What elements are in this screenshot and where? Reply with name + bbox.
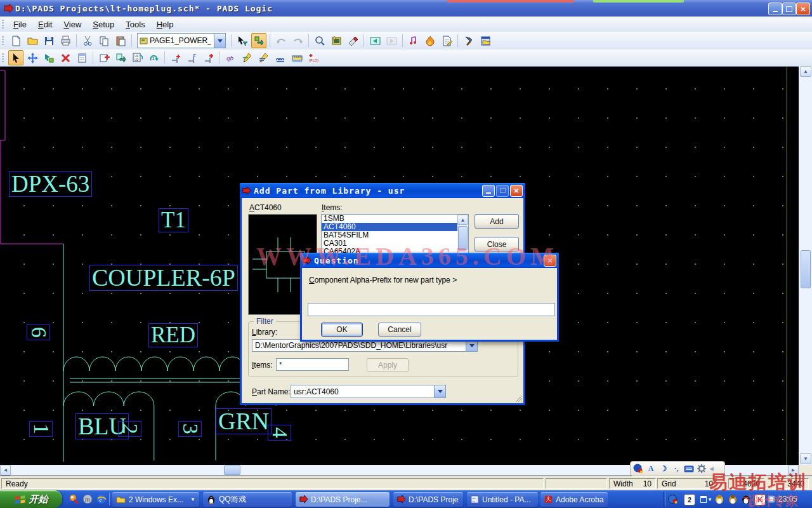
quicklaunch-icon-2[interactable]: m [82,493,93,505]
taskbar-button-pads-2[interactable]: D:\PADS Proje... [393,492,463,507]
previous-sheet-icon[interactable] [367,33,383,48]
add-part-dialog-titlebar[interactable]: Add Part from Library - usr ✕ [240,183,525,198]
ime-collapse-icon[interactable]: ◀ [709,465,714,472]
list-scroll-up-icon[interactable]: ▲ [457,215,468,225]
menu-edit[interactable]: Edit [32,18,58,31]
pin-label-6[interactable]: 6 [27,324,50,340]
add-bus-tool-icon[interactable] [256,50,272,65]
next-sheet-icon[interactable] [384,33,399,48]
add-connection-tool-icon[interactable] [240,50,255,65]
save-icon[interactable] [41,33,56,48]
open-folder-icon[interactable] [25,33,40,48]
net-label-grn[interactable]: GRN [216,408,272,434]
taskbar-button-acrobat[interactable]: Adobe Acrobat... [540,492,608,507]
bus-name-tool-icon[interactable] [273,50,288,65]
combo-dropdown-button[interactable] [214,34,225,48]
swap-gate-tool-icon[interactable]: U1U2 [129,50,145,65]
taskbar-clock[interactable]: 23:05 [778,495,797,504]
measure-tool-icon[interactable] [289,50,304,65]
question-close-button[interactable]: ✕ [544,255,556,267]
redo-icon[interactable] [290,33,305,48]
question-dialog-titlebar[interactable]: Question ✕ [300,253,559,268]
net-name-tool-icon[interactable]: qb [223,50,239,65]
ref-label-t1[interactable]: T1 [159,208,188,232]
toolbar-grip[interactable] [2,36,4,46]
quicklaunch-icon-1[interactable] [68,493,79,505]
pin-label-3[interactable]: 3 [178,421,202,437]
minimize-window-icon[interactable] [478,33,493,48]
zoom-icon[interactable] [312,33,327,48]
renumber-pin-tool-icon[interactable] [201,50,216,65]
netlist-icon[interactable] [406,33,421,48]
menu-setup[interactable]: Setup [87,18,120,31]
close-button[interactable]: ✕ [796,3,810,15]
menu-view[interactable]: View [58,18,87,31]
gate-decal-toggle-icon[interactable] [251,33,266,48]
taskbar-button-untitled[interactable]: ancu Untitled - PA... [467,492,538,507]
rename-pin-tool-icon[interactable]: F [185,50,200,65]
tools-hammer-icon[interactable] [461,33,476,48]
ok-button[interactable]: OK [321,323,363,337]
quicklaunch-icon-3[interactable]: e [96,493,107,505]
new-document-icon[interactable] [8,33,23,48]
swap-pin-tool-icon[interactable]: 1 [146,50,161,65]
move-tool-icon[interactable] [25,50,40,65]
print-icon[interactable] [58,33,73,48]
tray-show-hidden-icon[interactable]: ▾ [707,494,713,504]
scroll-left-icon[interactable]: ◄ [0,465,11,476]
scroll-down-icon[interactable]: ▼ [800,453,811,464]
selection-filter-icon[interactable] [235,33,250,48]
scroll-up-icon[interactable]: ▲ [800,66,811,77]
ref-label-dpx63[interactable]: DPX-63 [9,171,92,197]
ime-halfwidth-moon-icon[interactable]: ☽ [658,464,669,474]
tray-qq-penguin-icon[interactable] [714,494,724,504]
select-tool-icon[interactable] [8,50,23,65]
undo-icon[interactable] [273,33,289,48]
tray-ime-logo-icon[interactable] [668,494,678,504]
prefix-input[interactable] [311,305,552,315]
menu-help[interactable]: Help [151,18,180,31]
ime-punctuation-icon[interactable]: ·, [671,464,681,474]
dialog-minimize-button[interactable] [482,185,495,197]
copy-part-tool-icon[interactable] [113,50,128,65]
add-pin-tool-icon[interactable] [168,50,183,65]
part-name-combo-dropdown[interactable] [434,385,445,398]
cut-icon[interactable] [80,33,95,48]
board-view-icon[interactable] [329,33,344,48]
ime-keyboard-icon[interactable] [684,464,694,474]
ime-english-mode-icon[interactable]: A [646,464,656,474]
field-label-tool-icon[interactable]: (FLD) [306,50,321,65]
vertical-scroll-thumb[interactable] [801,250,811,288]
group-expand-icon[interactable]: ▼ [190,497,195,502]
properties-tool-icon[interactable] [74,50,89,65]
net-label-red[interactable]: RED [148,323,198,347]
pin-label-2[interactable]: 2 [118,421,141,437]
taskbar-button-pads-1[interactable]: D:\PADS Proje... [296,492,390,507]
delete-tool-icon[interactable] [58,50,73,65]
dialog-close-button[interactable]: ✕ [510,185,523,197]
items-filter-input[interactable] [276,358,349,371]
toolbar-grip[interactable] [2,20,4,29]
menu-file[interactable]: File [8,18,32,31]
part-label-coupler6p[interactable]: COUPLER-6P [89,265,238,291]
drag-tool-icon[interactable] [41,50,56,65]
redraw-icon[interactable] [345,33,360,48]
close-button-dialog[interactable]: Close [475,237,519,251]
tray-qq-penguin-icon[interactable] [741,494,751,504]
add-button[interactable]: Add [475,214,519,229]
list-scroll-thumb[interactable] [458,226,468,250]
vertical-scrollbar[interactable]: ▲ ▼ [799,66,812,465]
resize-grip[interactable] [514,394,523,403]
start-button[interactable]: 开始 [0,490,62,508]
copy-icon[interactable] [96,33,112,48]
pin-label-4[interactable]: 4 [268,425,291,441]
scroll-right-icon[interactable]: ► [788,465,799,476]
toolbar-grip[interactable] [2,53,4,63]
add-part-tool-icon[interactable] [96,50,112,65]
tray-input-state-icon[interactable]: 2 [684,494,695,505]
taskbar-button-qq-game[interactable]: QQ游戏 [203,492,292,507]
ecn-flame-icon[interactable] [422,33,438,48]
horizontal-scroll-thumb[interactable] [224,465,240,475]
tray-messenger-icon[interactable] [766,494,776,504]
minimize-button[interactable] [768,3,782,15]
